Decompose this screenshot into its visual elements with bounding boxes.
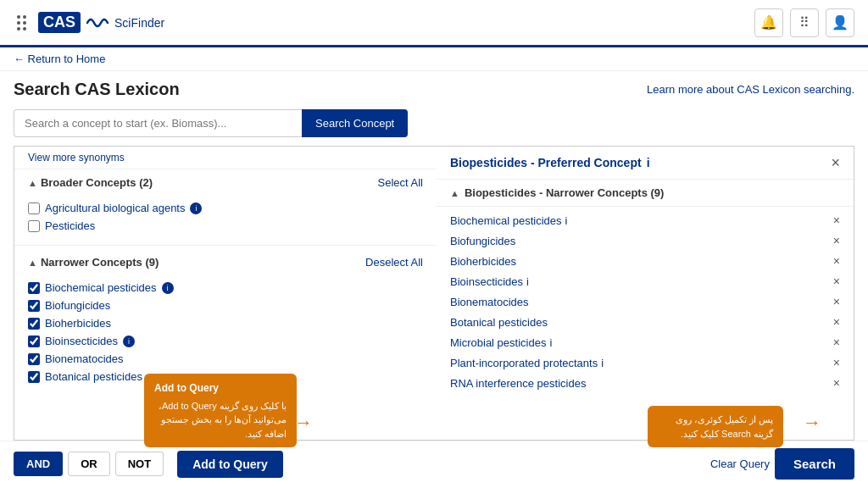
right-section-title: Biopesticides - Narrower Concepts (9) — [465, 186, 665, 199]
biofungicides-checkbox[interactable] — [28, 300, 40, 312]
learn-more-link[interactable]: Learn more about CAS Lexicon searching. — [647, 83, 854, 96]
main-content: View more synonyms ▲ Broader Concepts (2… — [0, 146, 868, 441]
biofungicides-right-label: Biofungicides — [450, 235, 515, 247]
biochemical-pesticides-right-info-icon[interactable]: i — [565, 214, 568, 227]
botanical-pesticides-right-label: Botanical pesticides — [450, 316, 548, 329]
right-concept-list: Biochemical pesticides i × Biofungicides… — [437, 207, 854, 440]
search-concept-button[interactable]: Search Concept — [302, 109, 408, 137]
view-more-synonyms-link[interactable]: View more synonyms — [14, 147, 437, 169]
botanical-pesticides-remove-button[interactable]: × — [833, 315, 840, 329]
biochemical-pesticides-remove-button[interactable]: × — [833, 214, 840, 227]
search-bar-area: Search Concept — [0, 106, 868, 146]
tooltip-arrow-icon: → — [294, 412, 313, 434]
item-left: Biochemical pesticides i — [450, 214, 567, 227]
section-divider — [14, 245, 437, 246]
and-button[interactable]: AND — [14, 452, 63, 476]
microbial-pesticides-remove-button[interactable]: × — [833, 336, 840, 349]
rna-interference-remove-button[interactable]: × — [833, 376, 840, 390]
list-item: Microbial pesticides i × — [450, 332, 840, 352]
back-to-home-link[interactable]: ← Return to Home — [14, 53, 854, 65]
bioinsecticides-checkbox[interactable] — [28, 336, 40, 347]
broader-concepts-list: Agricultural biological agents i Pestici… — [14, 196, 437, 241]
page-title-area: Search CAS Lexicon Learn more about CAS … — [0, 71, 868, 106]
search-tooltip: پس از تکمیل کوئری، روی گزینه Search کلیک… — [648, 406, 783, 447]
narrower-concepts-header: ▲ Narrower Concepts (9) Deselect All — [14, 249, 437, 275]
narrower-chevron-icon[interactable]: ▲ — [28, 258, 37, 268]
right-section-header: ▲ Biopesticides - Narrower Concepts (9) — [437, 180, 854, 207]
bionematocides-checkbox[interactable] — [28, 353, 40, 365]
bioherbicides-right-label: Bioherbicides — [450, 255, 516, 268]
list-item: Biofungicides — [28, 297, 423, 314]
agricultural-agents-info-icon[interactable]: i — [190, 202, 202, 214]
add-to-query-tooltip: Add to Query با کلیک روی گزینه Add to Qu… — [144, 374, 297, 448]
scifinder-label: SciFinder — [114, 16, 164, 30]
header-icons: 🔔 ⠿ 👤 — [754, 8, 854, 37]
list-item: Bioherbicides × — [450, 251, 840, 271]
user-profile-button[interactable]: 👤 — [826, 8, 854, 37]
broader-chevron-icon[interactable]: ▲ — [28, 178, 37, 188]
plant-incorporated-remove-button[interactable]: × — [833, 356, 840, 369]
list-item: Bionematocides — [28, 350, 423, 368]
plant-incorporated-right-info-icon[interactable]: i — [601, 357, 604, 369]
biochemical-pesticides-checkbox[interactable] — [28, 282, 40, 294]
agricultural-agents-checkbox[interactable] — [28, 202, 40, 214]
right-panel-header: Biopesticides - Preferred Concept i × — [437, 147, 854, 180]
or-button[interactable]: OR — [68, 452, 110, 476]
select-all-button[interactable]: Select All — [378, 176, 423, 189]
rna-interference-right-label: RNA interference pesticides — [450, 377, 586, 390]
agricultural-agents-label: Agricultural biological agents — [45, 202, 185, 214]
bionematocides-right-label: Bionematocides — [450, 296, 529, 308]
biochemical-pesticides-right-label: Biochemical pesticides — [450, 214, 562, 227]
list-item: RNA interference pesticides × — [450, 373, 840, 393]
pesticides-label: Pesticides — [45, 219, 95, 232]
narrower-concepts-title: ▲ Narrower Concepts (9) — [28, 256, 159, 269]
biofungicides-remove-button[interactable]: × — [833, 234, 840, 247]
clear-query-link[interactable]: Clear Query — [710, 458, 770, 470]
menu-dots-button[interactable] — [14, 12, 30, 34]
notification-bell-button[interactable]: 🔔 — [754, 8, 783, 37]
list-item: Bioinsecticides i × — [450, 271, 840, 291]
microbial-pesticides-right-info-icon[interactable]: i — [549, 336, 552, 349]
bioinsecticides-label: Bioinsecticides — [45, 335, 118, 347]
list-item: Agricultural biological agents i — [28, 199, 423, 217]
bioherbicides-label: Bioherbicides — [45, 317, 111, 330]
plant-incorporated-right-label: Plant-incorporated protectants — [450, 357, 598, 369]
list-item: Bioinsecticides i — [28, 332, 423, 350]
nav-bar: ← Return to Home — [0, 47, 868, 71]
header-left: CAS SciFinder — [14, 9, 164, 36]
cas-logo: CAS SciFinder — [38, 9, 164, 36]
not-button[interactable]: NOT — [115, 452, 164, 476]
bionematocides-label: Bionematocides — [45, 352, 124, 365]
bioinsecticides-right-info-icon[interactable]: i — [526, 275, 529, 288]
concept-search-input[interactable] — [14, 109, 302, 137]
list-item: Pesticides — [28, 217, 423, 235]
search-tooltip-arrow-icon: → — [803, 412, 821, 434]
cas-logo-text: CAS — [38, 12, 81, 33]
deselect-all-button[interactable]: Deselect All — [365, 256, 423, 269]
app-header: CAS SciFinder 🔔 ⠿ 👤 — [0, 0, 868, 47]
right-panel-close-button[interactable]: × — [831, 155, 840, 170]
list-item: Plant-incorporated protectants i × — [450, 352, 840, 373]
search-button[interactable]: Search — [775, 448, 854, 480]
biochemical-pesticides-label: Biochemical pesticides — [45, 281, 157, 294]
botanical-pesticides-label: Botanical pesticides — [45, 370, 142, 383]
add-to-query-button[interactable]: Add to Query — [177, 451, 283, 478]
bioinsecticides-info-icon[interactable]: i — [123, 336, 135, 347]
list-item: Biochemical pesticides i — [28, 279, 423, 297]
broader-concepts-title: ▲ Broader Concepts (2) — [28, 176, 153, 189]
list-item: Biofungicides × — [450, 230, 840, 251]
right-section-chevron-icon[interactable]: ▲ — [450, 188, 459, 198]
botanical-pesticides-checkbox[interactable] — [28, 371, 40, 383]
broader-concepts-header: ▲ Broader Concepts (2) Select All — [14, 169, 437, 196]
pesticides-checkbox[interactable] — [28, 220, 40, 232]
bioherbicides-checkbox[interactable] — [28, 318, 40, 330]
microbial-pesticides-right-label: Microbial pesticides — [450, 336, 546, 349]
bioinsecticides-remove-button[interactable]: × — [833, 274, 840, 288]
cas-wave-icon — [84, 9, 111, 36]
bionematocides-remove-button[interactable]: × — [833, 295, 840, 308]
right-panel-info-icon[interactable]: i — [647, 156, 650, 169]
grid-apps-button[interactable]: ⠿ — [790, 8, 819, 37]
bioherbicides-remove-button[interactable]: × — [833, 254, 840, 268]
biochemical-pesticides-info-icon[interactable]: i — [162, 282, 174, 294]
page-title: Search CAS Lexicon — [14, 80, 180, 99]
